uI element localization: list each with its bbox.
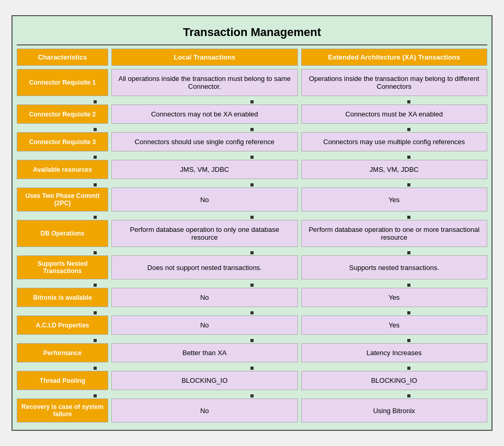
separator-dot — [407, 216, 410, 219]
row-xa-11: Using Bitronix — [301, 398, 488, 422]
separator-dot — [250, 216, 254, 219]
separator-dot — [94, 183, 97, 186]
row-separator — [17, 283, 487, 288]
table-row: Supports Nested TransactionsDoes not sup… — [17, 255, 487, 279]
separator-dot — [94, 100, 97, 103]
row-local-9: Better than XA — [111, 343, 298, 362]
table-row: A.C.I.D PropertiesNoYes — [17, 315, 487, 335]
row-label-7: Bitronix is available — [17, 288, 108, 307]
separator-dot — [407, 251, 410, 254]
separator-dot — [407, 100, 410, 103]
separator-dot — [407, 394, 410, 397]
separator-dot — [250, 284, 254, 287]
row-separator — [17, 250, 487, 255]
separator-dot — [407, 339, 410, 342]
header-xa: Extended Architecture (XA) Transactions — [301, 49, 488, 66]
table-body: Connector Requisite 1All operations insi… — [17, 69, 487, 422]
row-local-5: Perform database operation to only one d… — [111, 220, 298, 247]
separator-dot — [94, 311, 97, 314]
row-separator — [17, 99, 487, 104]
separator-dot — [250, 100, 254, 103]
row-local-1: Connectors may not be XA enabled — [111, 104, 298, 124]
table-row: Connector Requisite 3Connectors should u… — [17, 132, 487, 151]
separator-dot — [250, 251, 254, 254]
row-local-6: Does not support nested transactions. — [111, 255, 298, 279]
table-row: Thread PoolingBLOCKING_IOBLOCKING_IO — [17, 371, 487, 390]
row-xa-0: Operations inside the transaction may be… — [301, 69, 488, 96]
row-xa-5: Perform database operation to one or mor… — [301, 220, 488, 247]
row-xa-4: Yes — [301, 187, 488, 212]
separator-dot — [407, 183, 410, 186]
table-row: PerformanceBetter than XALatency Increas… — [17, 343, 487, 362]
table-row: Connector Requisite 2Connectors may not … — [17, 104, 487, 124]
row-xa-9: Latency Increases — [301, 343, 488, 362]
row-label-4: Uses Two Phase Commit (2PC) — [17, 187, 108, 212]
row-label-3: Available resources — [17, 160, 108, 179]
row-separator — [17, 127, 487, 132]
row-separator — [17, 338, 487, 343]
separator-dot — [94, 128, 97, 131]
separator-dot — [407, 367, 410, 370]
row-separator — [17, 310, 487, 315]
row-label-5: DB Operations — [17, 220, 108, 247]
table-row: Available resourcesJMS, VM, JDBCJMS, VM,… — [17, 160, 487, 179]
row-local-11: No — [111, 398, 298, 422]
row-separator — [17, 215, 487, 220]
row-separator — [17, 182, 487, 187]
row-label-10: Thread Pooling — [17, 371, 108, 390]
row-separator — [17, 393, 487, 398]
separator-dot — [250, 394, 254, 397]
table-row: Connector Requisite 1All operations insi… — [17, 69, 487, 96]
separator-dot — [250, 156, 254, 159]
separator-dot — [250, 311, 254, 314]
separator-dot — [250, 367, 254, 370]
row-xa-2: Connectors may use multiple config refer… — [301, 132, 488, 151]
separator-dot — [94, 251, 97, 254]
separator-dot — [94, 156, 97, 159]
row-xa-3: JMS, VM, JDBC — [301, 160, 488, 179]
header-characteristics: Characteristics — [17, 49, 108, 66]
row-label-8: A.C.I.D Properties — [17, 315, 108, 335]
separator-dot — [94, 339, 97, 342]
row-local-7: No — [111, 288, 298, 307]
row-label-9: Performance — [17, 343, 108, 362]
row-label-2: Connector Requisite 3 — [17, 132, 108, 151]
row-label-1: Connector Requisite 2 — [17, 104, 108, 124]
table-row: Bitronix is availableNoYes — [17, 288, 487, 307]
separator-dot — [407, 156, 410, 159]
separator-dot — [94, 216, 97, 219]
row-separator — [17, 155, 487, 160]
table-row: Recovery is case of system failureNoUsin… — [17, 398, 487, 422]
row-local-0: All operations inside the transaction mu… — [111, 69, 298, 96]
header-row: Characteristics Local Transactions Exten… — [17, 49, 487, 66]
separator-dot — [94, 394, 97, 397]
separator-dot — [250, 128, 254, 131]
row-label-11: Recovery is case of system failure — [17, 398, 108, 422]
transaction-management-table: Transaction Management Characteristics L… — [12, 15, 492, 431]
table-row: Uses Two Phase Commit (2PC)NoYes — [17, 187, 487, 212]
separator-dot — [94, 284, 97, 287]
row-local-2: Connectors should use single config refe… — [111, 132, 298, 151]
row-xa-10: BLOCKING_IO — [301, 371, 488, 390]
row-local-4: No — [111, 187, 298, 212]
separator-dot — [94, 367, 97, 370]
separator-dot — [407, 284, 410, 287]
separator-dot — [250, 183, 254, 186]
row-local-8: No — [111, 315, 298, 335]
row-xa-8: Yes — [301, 315, 488, 335]
row-local-3: JMS, VM, JDBC — [111, 160, 298, 179]
row-separator — [17, 366, 487, 371]
row-xa-1: Connectors must be XA enabled — [301, 104, 488, 124]
header-local: Local Transactions — [111, 49, 298, 66]
separator-dot — [407, 311, 410, 314]
row-label-0: Connector Requisite 1 — [17, 69, 108, 96]
separator-dot — [407, 128, 410, 131]
row-xa-6: Supports nested transactions. — [301, 255, 488, 279]
separator-dot — [250, 339, 254, 342]
table-row: DB OperationsPerform database operation … — [17, 220, 487, 247]
row-local-10: BLOCKING_IO — [111, 371, 298, 390]
row-xa-7: Yes — [301, 288, 488, 307]
table-title: Transaction Management — [17, 20, 487, 45]
row-label-6: Supports Nested Transactions — [17, 255, 108, 279]
